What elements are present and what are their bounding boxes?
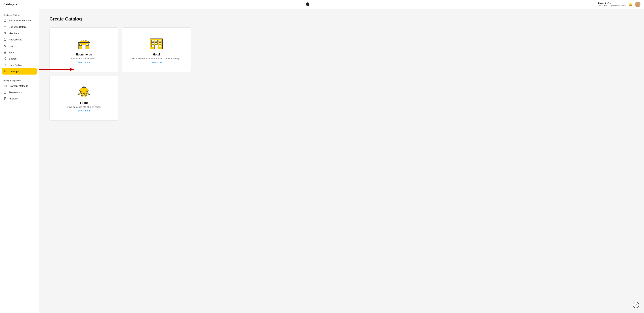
svg-point-11	[4, 58, 5, 59]
sidebar-item-label: Catalogs	[9, 70, 19, 73]
svg-rect-36	[155, 42, 158, 44]
receipt-icon	[4, 91, 7, 94]
hotel-card[interactable]: Hotel Drive bookings of your hotel or va…	[122, 27, 191, 72]
sidebar-item-members[interactable]: Members	[0, 30, 39, 36]
catalogs-dropdown[interactable]: Catalogs ▾	[4, 3, 17, 6]
catalog-grid: Ecommerce Sell your products online. Lea…	[50, 27, 191, 121]
hotel-title: Hotel	[153, 53, 160, 56]
svg-rect-34	[159, 40, 161, 42]
flight-icon	[75, 84, 93, 99]
svg-rect-3	[4, 26, 6, 28]
svg-point-17	[6, 72, 6, 72]
svg-point-10	[6, 57, 6, 58]
hotel-learn-more[interactable]: Learn more	[150, 61, 162, 64]
svg-rect-9	[5, 52, 6, 53]
hotel-icon	[148, 36, 165, 50]
ecommerce-desc: Sell your products online.	[71, 57, 97, 60]
svg-line-14	[5, 59, 6, 59]
cart-icon	[4, 70, 7, 73]
sidebar-item-business-dashboard[interactable]: Business Dashboard	[0, 17, 39, 24]
sidebar-item-label: Business Details	[9, 26, 26, 28]
main-content: Create Catalog	[39, 9, 644, 313]
folder-icon	[4, 38, 7, 41]
grid-icon	[4, 51, 7, 54]
ecommerce-learn-more[interactable]: Learn more	[78, 61, 90, 64]
members-icon	[4, 32, 7, 35]
avatar[interactable]	[635, 1, 640, 7]
notification-bell-icon[interactable]: 🔔	[628, 2, 632, 6]
help-button[interactable]: ?	[633, 302, 639, 308]
sidebar-item-label: Ad Accounts	[9, 38, 22, 41]
gear-icon	[4, 63, 7, 67]
ecommerce-card[interactable]: Ecommerce Sell your products online. Lea…	[50, 27, 118, 72]
catalogs-label: Catalogs	[4, 3, 15, 6]
home-icon	[4, 19, 7, 22]
flight-learn-more[interactable]: Learn more	[78, 109, 90, 112]
sidebar-item-catalogs[interactable]: Catalogs	[2, 68, 37, 74]
svg-line-13	[5, 58, 6, 58]
sidebar: Business Settings Business Dashboard Bus…	[0, 9, 39, 313]
svg-point-16	[4, 72, 5, 72]
sidebar-item-user-settings[interactable]: User Settings	[0, 62, 39, 68]
snapchat-logo-container	[305, 2, 310, 7]
sidebar-item-label: Payment Methods	[9, 85, 28, 87]
card-icon	[4, 84, 7, 87]
page-title: Create Catalog	[50, 16, 634, 22]
svg-rect-27	[82, 45, 86, 49]
briefcase-icon	[4, 25, 7, 28]
topbar: Catalogs ▾ Feedr ApS ▾ Feedr ApS - Organ…	[0, 0, 644, 9]
svg-rect-38	[152, 45, 154, 47]
svg-rect-28	[80, 44, 82, 45]
hotel-desc: Drive bookings of your hotel or vacation…	[132, 57, 180, 60]
sidebar-item-label: Pixels	[9, 45, 15, 47]
sidebar-item-transactions[interactable]: Transactions	[0, 89, 39, 95]
svg-rect-39	[159, 45, 161, 47]
svg-point-1	[636, 3, 639, 5]
sidebar-item-label: Business Dashboard	[9, 19, 31, 22]
svg-rect-18	[4, 85, 6, 87]
file-icon	[4, 97, 7, 100]
sidebar-item-pixels[interactable]: Pixels	[0, 43, 39, 49]
sidebar-item-apps[interactable]: Apps	[0, 49, 39, 55]
flight-desc: Drive bookings of flights by route.	[67, 106, 101, 108]
layout: Business Settings Business Dashboard Bus…	[0, 9, 644, 313]
sidebar-item-ad-accounts[interactable]: Ad Accounts	[0, 36, 39, 43]
svg-rect-6	[4, 51, 5, 52]
sidebar-item-shared[interactable]: Shared	[0, 55, 39, 62]
snapchat-logo-icon	[305, 2, 310, 7]
sidebar-item-label: Members	[9, 32, 19, 35]
share-icon	[4, 57, 7, 60]
ecommerce-title: Ecommerce	[76, 53, 92, 56]
svg-rect-8	[4, 52, 5, 53]
sidebar-item-label: Apps	[9, 51, 14, 54]
svg-rect-37	[159, 42, 161, 44]
sidebar-item-business-details[interactable]: Business Details	[0, 24, 39, 30]
svg-rect-32	[152, 40, 154, 42]
svg-rect-30	[78, 42, 90, 43]
sidebar-item-label: User Settings	[9, 64, 23, 66]
org-role: Feedr ApS - Organization Admin	[598, 4, 626, 7]
topbar-right: Feedr ApS ▾ Feedr ApS - Organization Adm…	[598, 1, 640, 7]
svg-point-41	[158, 47, 158, 47]
svg-point-12	[6, 59, 6, 60]
svg-point-42	[83, 86, 85, 88]
ecommerce-icon	[75, 36, 93, 50]
chevron-down-icon: ▾	[16, 3, 17, 6]
svg-rect-29	[86, 44, 88, 45]
svg-point-15	[5, 65, 6, 65]
svg-point-4	[4, 32, 5, 33]
org-dropdown-icon: ▾	[610, 2, 611, 4]
sidebar-item-label: Transactions	[9, 91, 22, 94]
svg-rect-35	[152, 42, 154, 44]
sidebar-item-label: Invoices	[9, 97, 18, 100]
business-settings-label: Business Settings	[0, 12, 39, 17]
sidebar-item-label: Shared	[9, 57, 16, 60]
sidebar-item-payment-methods[interactable]: Payment Methods	[0, 83, 39, 89]
svg-point-5	[6, 32, 6, 33]
svg-rect-7	[5, 51, 6, 52]
org-info: Feedr ApS ▾ Feedr ApS - Organization Adm…	[598, 2, 626, 7]
flight-card[interactable]: Flight Drive bookings of flights by rout…	[50, 76, 118, 121]
sidebar-item-invoices[interactable]: Invoices	[0, 95, 39, 102]
svg-rect-33	[155, 40, 158, 42]
org-name[interactable]: Feedr ApS ▾	[598, 2, 626, 4]
